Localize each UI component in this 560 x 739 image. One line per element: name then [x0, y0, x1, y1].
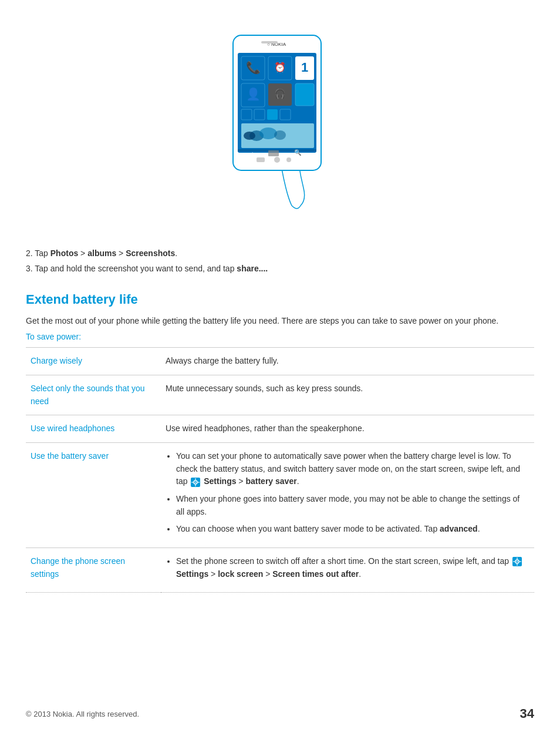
row-content-battery-saver: You can set your phone to automatically … [161, 442, 534, 547]
svg-point-24 [244, 132, 255, 140]
svg-text:📞: 📞 [246, 61, 261, 75]
section-intro: Get the most out of your phone while get… [26, 314, 534, 327]
svg-rect-17 [295, 83, 314, 106]
row-label-charge: Charge wisely [26, 348, 161, 375]
row-label-headphones: Use wired headphones [26, 415, 161, 443]
svg-rect-21 [280, 109, 291, 120]
settings-label-2: Settings [176, 569, 208, 579]
svg-rect-20 [267, 109, 278, 120]
svg-rect-18 [241, 109, 252, 120]
svg-text:👤: 👤 [246, 87, 261, 101]
battery-saver-label: battery saver [245, 476, 296, 486]
svg-rect-19 [254, 109, 265, 120]
table-row: Charge wisely Always charge the battery … [26, 348, 534, 375]
svg-text:⏰: ⏰ [274, 62, 286, 73]
page-footer: © 2013 Nokia. All rights reserved. 34 [26, 706, 534, 721]
svg-text:1: 1 [301, 60, 308, 75]
row-label-battery-saver: Use the battery saver [26, 442, 161, 547]
copyright: © 2013 Nokia. All rights reserved. [26, 710, 139, 718]
list-item: When your phone goes into battery saver … [176, 493, 529, 518]
svg-point-33 [195, 482, 196, 483]
table-row: Change the phone screen settings Set the… [26, 548, 534, 593]
svg-point-25 [259, 127, 277, 139]
screen-timeout-label: Screen times out after [272, 569, 359, 579]
svg-text:🎧: 🎧 [274, 88, 286, 99]
settings-label: Settings [204, 476, 236, 486]
step3-text: 3. Tap and hold the screenshot you want … [26, 262, 534, 275]
svg-point-6 [286, 157, 291, 162]
list-item: Set the phone screen to switch off after… [176, 555, 529, 580]
page-number: 34 [520, 706, 534, 721]
step2-albums: albums [87, 248, 116, 258]
row-content-sounds: Mute unnecessary sounds, such as key pre… [161, 375, 534, 415]
svg-text:←: ← [251, 149, 257, 156]
step2-text: 2. Tap Photos > albums > Screenshots. [26, 247, 534, 260]
svg-rect-4 [257, 157, 265, 162]
list-item: You can choose when you want battery sav… [176, 523, 529, 536]
svg-rect-3 [261, 41, 278, 43]
table-row: Use wired headphones Use wired headphone… [26, 415, 534, 443]
svg-point-40 [517, 561, 518, 562]
step2-screenshots: Screenshots [126, 248, 175, 258]
list-item: You can set your phone to automatically … [176, 450, 529, 488]
power-table: Charge wisely Always charge the battery … [26, 347, 534, 593]
svg-text:🔍: 🔍 [294, 149, 302, 156]
section-heading: Extend battery life [26, 292, 534, 307]
settings-icon [191, 478, 200, 487]
row-label-sounds: Select only the sounds that you need [26, 375, 161, 415]
page-container: ○ NOKIA 📞 ⏰ 1 👤 🎧 [0, 0, 560, 626]
phone-illustration: ○ NOKIA 📞 ⏰ 1 👤 🎧 [26, 12, 534, 229]
to-save-label: To save power: [26, 332, 534, 341]
lock-screen-label: lock screen [218, 569, 263, 579]
svg-rect-29 [268, 150, 279, 156]
settings-icon-2 [512, 557, 522, 566]
step2-photos: Photos [50, 248, 78, 258]
step3-share: share.... [237, 264, 268, 273]
row-content-charge: Always charge the battery fully. [161, 348, 534, 375]
svg-point-26 [274, 130, 286, 140]
advanced-label: advanced [440, 524, 478, 533]
svg-point-5 [274, 157, 280, 163]
row-content-screen-settings: Set the phone screen to switch off after… [161, 548, 534, 593]
table-row: Use the battery saver You can set your p… [26, 442, 534, 547]
row-content-headphones: Use wired headphones, rather than the sp… [161, 415, 534, 443]
row-label-screen-settings: Change the phone screen settings [26, 548, 161, 593]
table-row: Select only the sounds that you need Mut… [26, 375, 534, 415]
step-instructions: 2. Tap Photos > albums > Screenshots. 3.… [26, 247, 534, 276]
